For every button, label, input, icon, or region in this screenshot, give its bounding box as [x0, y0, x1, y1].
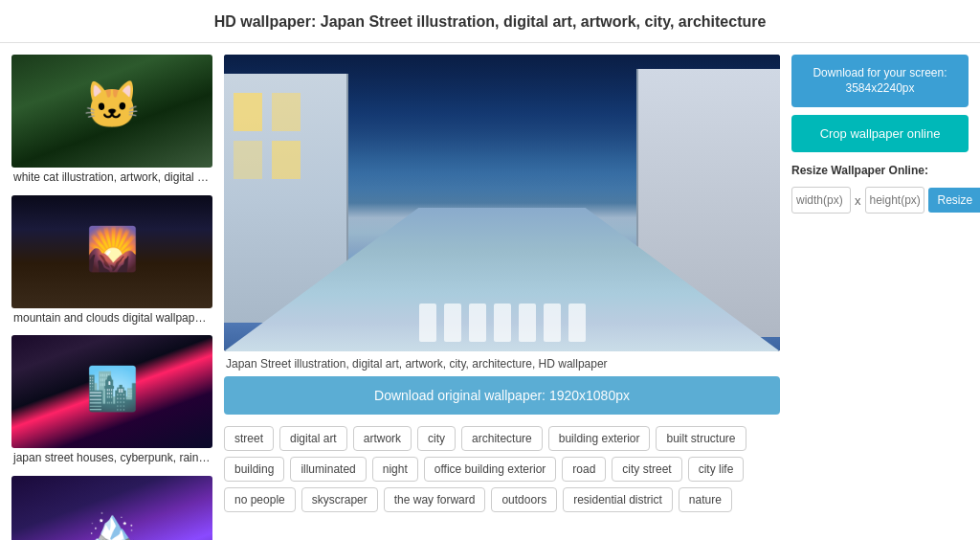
- tag-nature[interactable]: nature: [679, 487, 732, 512]
- thumb-caption-mountain: mountain and clouds digital wallpaper, t…: [11, 308, 212, 332]
- tag-artwork[interactable]: artwork: [353, 426, 412, 451]
- right-sidebar: Download for your screen: 3584x2240px Cr…: [791, 55, 969, 540]
- tag-night[interactable]: night: [372, 457, 418, 482]
- main-image-container: [224, 55, 780, 351]
- tag-building-exterior[interactable]: building exterior: [548, 426, 651, 451]
- page-title: HD wallpaper: Japan Street illustration,…: [0, 0, 980, 43]
- tags-container: streetdigital artartworkcityarchitecture…: [224, 426, 780, 512]
- thumb-image-waterfall: [11, 476, 212, 540]
- resize-height-input[interactable]: [865, 187, 924, 214]
- tag-illuminated[interactable]: illuminated: [290, 457, 366, 482]
- crosswalk: [407, 304, 598, 342]
- tag-architecture[interactable]: architecture: [461, 426, 543, 451]
- tag-building[interactable]: building: [224, 457, 284, 482]
- thumb-image-cat: [11, 55, 212, 168]
- tag-city-life[interactable]: city life: [688, 457, 745, 482]
- main-image-caption: Japan Street illustration, digital art, …: [224, 351, 780, 376]
- resize-width-input[interactable]: [791, 187, 851, 214]
- tag-outdoors[interactable]: outdoors: [491, 487, 557, 512]
- tag-street[interactable]: street: [224, 426, 274, 451]
- tag-no-people[interactable]: no people: [224, 487, 296, 512]
- tag-city-street[interactable]: city street: [612, 457, 681, 482]
- resize-button[interactable]: Resize: [928, 188, 981, 213]
- tag-city[interactable]: city: [417, 426, 456, 451]
- main-image: [224, 55, 780, 351]
- tag-digital-art[interactable]: digital art: [279, 426, 347, 451]
- thumb-caption-cat: white cat illustration, artwork, digital…: [11, 168, 212, 191]
- tag-office-building-exterior[interactable]: office building exterior: [424, 457, 557, 482]
- thumbnail-sidebar: white cat illustration, artwork, digital…: [11, 55, 212, 540]
- tag-the-way-forward[interactable]: the way forward: [384, 487, 486, 512]
- tag-built-structure[interactable]: built structure: [656, 426, 746, 451]
- thumb-item-cat[interactable]: white cat illustration, artwork, digital…: [11, 55, 212, 191]
- thumb-item-waterfall[interactable]: mountain and waterfall illustration, dig…: [11, 476, 212, 540]
- thumb-image-mountain: [11, 195, 212, 308]
- thumb-item-japan[interactable]: japan street houses, cyberpunk, rain, li…: [11, 335, 212, 472]
- download-original-button[interactable]: Download original wallpaper: 1920x1080px: [224, 376, 780, 415]
- resize-x-label: x: [855, 193, 861, 208]
- center-content: Japan Street illustration, digital art, …: [224, 55, 780, 540]
- tag-skyscraper[interactable]: skyscraper: [301, 487, 378, 512]
- thumb-caption-japan: japan street houses, cyberpunk, rain, li…: [11, 448, 212, 472]
- crop-wallpaper-button[interactable]: Crop wallpaper online: [791, 115, 969, 152]
- tag-residential-district[interactable]: residential district: [563, 487, 673, 512]
- thumb-item-mountain[interactable]: mountain and clouds digital wallpaper, t…: [11, 195, 212, 332]
- resize-row: x Resize: [791, 187, 969, 214]
- resize-label: Resize Wallpaper Online:: [791, 160, 969, 179]
- thumb-image-japan: [11, 335, 212, 448]
- download-screen-button[interactable]: Download for your screen: 3584x2240px: [791, 55, 969, 107]
- tag-road[interactable]: road: [562, 457, 606, 482]
